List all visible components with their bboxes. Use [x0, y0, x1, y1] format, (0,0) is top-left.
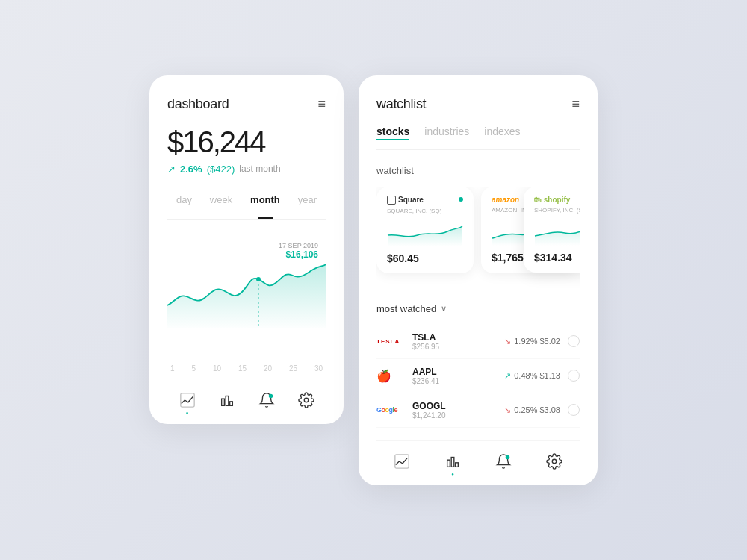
aapl-ticker: AAPL: [412, 367, 504, 377]
change-amount: ($422): [207, 164, 235, 175]
watched-item-aapl[interactable]: 🍎 AAPL $236.41 ↗ 0.48% $1.13: [376, 359, 580, 393]
x-label-5: 5: [191, 364, 196, 373]
svg-rect-2: [180, 393, 193, 406]
googl-info: GOOGL $1,241.20: [412, 401, 504, 420]
change-percent: 2.6%: [180, 164, 202, 175]
watchlist-header: watchlist ≡: [376, 96, 580, 112]
watched-item-tsla[interactable]: TESLA TSLA $256.95 ↘ 1.92% $5.02: [376, 325, 580, 359]
wl-nav-barchart[interactable]: [444, 452, 462, 470]
cards-container: dashboard ≡ $16,244 ↗ 2.6% ($422) last m…: [149, 75, 598, 485]
dashboard-bottom-nav: [167, 379, 326, 409]
notification-icon: [258, 391, 276, 409]
x-label-30: 30: [314, 364, 323, 373]
tsla-dot: [568, 335, 580, 347]
stock-card-square-header: Square: [387, 196, 463, 205]
wl-notification-icon: [495, 452, 512, 470]
chart-tooltip-date: 17 SEP 2019: [279, 242, 318, 249]
dashboard-title: dashboard: [167, 96, 229, 112]
square-mini-chart: [387, 220, 463, 246]
time-selector: day week month year: [167, 191, 326, 220]
x-label-20: 20: [264, 364, 272, 373]
svg-rect-3: [221, 399, 224, 405]
svg-rect-5: [229, 401, 232, 405]
shopify-mini-chart: [534, 220, 580, 246]
wl-nav-linechart[interactable]: [393, 452, 411, 470]
wl-bar-chart-icon: [444, 452, 462, 470]
watched-list: TESLA TSLA $256.95 ↘ 1.92% $5.02 🍎 AAPL …: [376, 325, 580, 428]
googl-change: ↘ 0.25% $3.08: [504, 405, 560, 415]
square-name: SQUARE, INC. (SQ): [387, 208, 463, 214]
amazon-logo: amazon: [492, 196, 519, 204]
wl-nav-notifications[interactable]: [495, 452, 512, 470]
svg-point-13: [552, 459, 557, 464]
shopify-name: SHOPIFY, INC. (SHOP): [534, 207, 580, 214]
most-watched-header: most watched ∨: [376, 303, 580, 314]
x-label-25: 25: [289, 364, 297, 373]
svg-point-12: [506, 455, 510, 459]
time-option-day[interactable]: day: [170, 191, 198, 208]
watchlist-bottom-nav: [376, 440, 580, 470]
tsla-change: ↘ 1.92% $5.02: [504, 337, 560, 346]
nav-item-linechart[interactable]: [179, 391, 196, 409]
up-arrow-icon: ↗: [167, 164, 176, 175]
tsla-direction-icon: ↘: [504, 337, 511, 346]
x-label-15: 15: [238, 364, 247, 373]
svg-rect-10: [451, 457, 454, 467]
chevron-down-icon[interactable]: ∨: [441, 304, 447, 314]
stock-card-shopify-header: 🛍 shopify: [534, 196, 580, 204]
tsla-change-val: 1.92% $5.02: [514, 337, 560, 346]
watchlist-title: watchlist: [376, 96, 426, 112]
googl-direction-icon: ↘: [504, 405, 511, 415]
tab-indexes[interactable]: indexes: [484, 125, 520, 140]
shopify-logo: 🛍 shopify: [534, 196, 570, 204]
x-label-10: 10: [213, 364, 221, 373]
googl-change-val: 0.25% $3.08: [514, 405, 560, 414]
dashboard-menu-icon[interactable]: ≡: [317, 96, 326, 112]
aapl-dot: [568, 370, 580, 382]
nav-item-settings[interactable]: [297, 391, 315, 409]
time-option-year[interactable]: year: [292, 191, 323, 208]
stock-card-shopify[interactable]: 🛍 shopify SHOPIFY, INC. (SHOP): [524, 187, 580, 273]
tab-industries[interactable]: industries: [424, 125, 469, 140]
time-option-week[interactable]: week: [204, 191, 238, 208]
watchlist-menu-icon[interactable]: ≡: [571, 96, 580, 112]
aapl-change: ↗ 0.48% $1.13: [504, 371, 560, 381]
aapl-direction-icon: ↗: [504, 371, 511, 381]
time-option-month[interactable]: month: [244, 191, 286, 208]
shopify-price: $314.34: [534, 252, 580, 264]
wl-settings-icon: [545, 452, 563, 470]
svg-rect-9: [447, 460, 450, 467]
tsla-info: TSLA $256.95: [412, 332, 504, 351]
change-label: last month: [239, 164, 280, 174]
x-label-1: 1: [170, 364, 175, 373]
nav-item-notifications[interactable]: [258, 391, 276, 409]
tesla-logo: TESLA: [376, 338, 412, 345]
tab-stocks[interactable]: stocks: [376, 125, 409, 140]
svg-rect-4: [226, 396, 229, 405]
googl-ticker: GOOGL: [412, 401, 504, 411]
square-price: $60.45: [387, 252, 463, 264]
apple-logo: 🍎: [376, 369, 412, 383]
wl-nav-settings[interactable]: [545, 452, 563, 470]
aapl-change-val: 0.48% $1.13: [514, 371, 560, 380]
nav-item-barchart[interactable]: [218, 391, 236, 409]
change-row: ↗ 2.6% ($422) last month: [167, 164, 326, 175]
settings-icon: [297, 391, 315, 409]
tsla-price: $256.95: [412, 343, 504, 351]
svg-point-6: [268, 393, 273, 398]
chart-tooltip: 17 SEP 2019 $16,106: [279, 242, 318, 260]
bar-chart-icon: [218, 391, 236, 409]
svg-rect-11: [456, 462, 459, 467]
dashboard-card: dashboard ≡ $16,244 ↗ 2.6% ($422) last m…: [149, 75, 344, 424]
watchlist-tabs: stocks industries indexes: [376, 125, 580, 150]
dashboard-header: dashboard ≡: [167, 96, 326, 112]
stock-card-square[interactable]: Square SQUARE, INC. (SQ): [376, 187, 474, 273]
watched-item-googl[interactable]: Google GOOGL $1,241.20 ↘ 0.25% $3.08: [376, 393, 580, 428]
square-logo: Square: [387, 196, 424, 205]
tsla-ticker: TSLA: [412, 332, 504, 343]
most-watched-title: most watched: [376, 303, 436, 314]
x-axis: 1 5 10 15 20 25 30: [167, 361, 326, 373]
googl-price: $1,241.20: [412, 411, 504, 420]
watchlist-section-label: watchlist: [376, 165, 580, 176]
aapl-info: AAPL $236.41: [412, 367, 504, 385]
